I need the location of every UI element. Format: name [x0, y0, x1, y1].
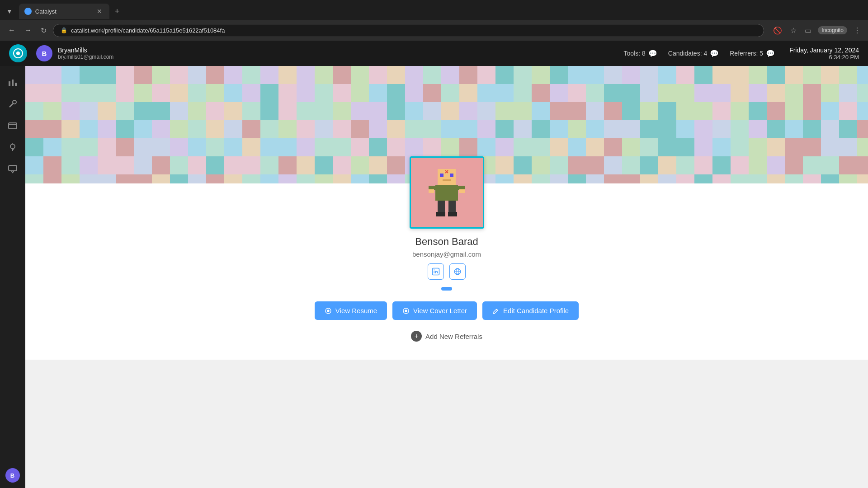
tools-icon	[8, 99, 17, 108]
bulb-icon	[8, 143, 17, 152]
svg-rect-28	[448, 201, 456, 213]
svg-rect-22	[435, 185, 458, 201]
app-header: B BryanMills bry.mills01@gmail.com Tools…	[0, 41, 868, 66]
website-button[interactable]	[449, 263, 466, 280]
header-stats: Tools: 8 💬 Candidates: 4 💬 Referrers: 5 …	[624, 49, 775, 58]
referrers-stat-icon: 💬	[766, 49, 775, 58]
svg-point-1	[16, 52, 20, 55]
chart-icon	[8, 78, 17, 87]
reload-button[interactable]: ↻	[38, 24, 49, 37]
tab-list-button[interactable]: ▼	[4, 7, 15, 16]
chat-icon	[8, 164, 17, 174]
candidate-email: bensonjay@gmail.com	[412, 250, 481, 258]
candidate-avatar	[410, 156, 484, 229]
svg-rect-18	[450, 174, 453, 177]
candidates-label: Candidates: 4	[668, 50, 707, 57]
svg-point-42	[405, 310, 407, 312]
active-tab[interactable]: Catalyst ✕	[19, 4, 109, 19]
svg-point-10	[10, 144, 15, 149]
action-buttons: View Resume View Cover Letter Edit Candi…	[315, 301, 579, 320]
sidebar-item-tools[interactable]	[4, 95, 22, 113]
svg-rect-25	[429, 189, 434, 193]
linkedin-icon	[432, 267, 440, 276]
sidebar-user-avatar[interactable]: B	[5, 468, 20, 483]
svg-rect-26	[459, 189, 465, 193]
app-wrapper: B	[0, 66, 868, 488]
globe-icon	[453, 267, 462, 276]
browser-chrome: ▼ Catalyst ✕ + ← → ↻ 🔒 catalist.work/pro…	[0, 0, 868, 41]
datetime-date: Friday, January 12, 2024	[789, 47, 859, 54]
add-referral-button[interactable]: + Add New Referrals	[411, 331, 482, 342]
svg-rect-8	[9, 123, 17, 129]
active-dot	[441, 287, 452, 291]
candidates-stat-icon: 💬	[710, 49, 719, 58]
referrers-label: Referrers: 5	[730, 50, 763, 57]
header-user: B BryanMills bry.mills01@gmail.com	[36, 45, 113, 61]
user-email: bry.mills01@gmail.com	[58, 54, 113, 60]
lock-icon: 🔒	[61, 27, 67, 33]
app-logo	[9, 44, 27, 62]
user-avatar: B	[36, 45, 52, 61]
svg-rect-21	[443, 179, 451, 181]
tab-close-button[interactable]: ✕	[95, 7, 104, 16]
resume-icon	[325, 307, 332, 314]
logo-icon	[13, 48, 24, 59]
browser-actions: 🚫 ☆ ▭ Incognito ⋮	[771, 24, 863, 37]
linkedin-button[interactable]	[428, 263, 444, 280]
main-content: Benson Barad bensonjay@gmail.com	[25, 66, 868, 488]
svg-rect-14	[9, 165, 17, 171]
view-cover-letter-label: View Cover Letter	[413, 307, 467, 314]
svg-point-6	[13, 100, 16, 104]
star-icon[interactable]: ☆	[788, 24, 798, 37]
card-icon	[8, 121, 17, 130]
sidebar-bottom: B	[4, 466, 22, 488]
svg-line-7	[11, 104, 13, 105]
pixel-character	[426, 167, 467, 219]
sidebar-item-chart[interactable]	[4, 73, 22, 91]
address-bar[interactable]: 🔒 catalist.work/profile/candidate/65a115…	[53, 24, 764, 37]
eye-slash-icon[interactable]: 🚫	[771, 24, 784, 37]
svg-rect-30	[448, 212, 457, 216]
tab-favicon	[24, 8, 32, 15]
svg-point-40	[327, 310, 329, 312]
sidebar-item-bulb[interactable]	[4, 138, 22, 156]
tools-stat: Tools: 8 💬	[624, 49, 657, 58]
view-resume-label: View Resume	[335, 307, 377, 314]
view-cover-letter-button[interactable]: View Cover Letter	[392, 301, 477, 320]
add-referral-label: Add New Referrals	[425, 333, 482, 340]
tab-title: Catalyst	[35, 8, 91, 15]
edit-profile-label: Edit Candidate Profile	[503, 307, 569, 314]
svg-rect-2	[9, 81, 10, 86]
sidebar-item-chat[interactable]	[4, 160, 22, 178]
edit-icon	[492, 307, 500, 314]
svg-rect-27	[438, 201, 445, 213]
tools-stat-icon: 💬	[648, 49, 657, 58]
tools-label: Tools: 8	[624, 50, 646, 57]
svg-rect-3	[12, 80, 14, 86]
candidate-name: Benson Barad	[415, 236, 478, 248]
cover-letter-icon	[402, 307, 410, 314]
user-info: BryanMills bry.mills01@gmail.com	[58, 47, 113, 60]
url-text: catalist.work/profile/candidate/65a115a1…	[71, 27, 225, 34]
incognito-badge: Incognito	[818, 26, 847, 34]
forward-button[interactable]: →	[22, 24, 34, 36]
svg-rect-17	[440, 174, 443, 177]
user-name: BryanMills	[58, 47, 113, 54]
svg-point-33	[434, 269, 434, 270]
sidebar-toggle-icon[interactable]: ▭	[803, 24, 813, 37]
pagination-dots	[441, 287, 452, 291]
profile-section: Benson Barad bensonjay@gmail.com	[25, 183, 868, 360]
referrers-stat: Referrers: 5 💬	[730, 49, 775, 58]
candidates-stat: Candidates: 4 💬	[668, 49, 719, 58]
svg-rect-29	[436, 212, 445, 216]
view-resume-button[interactable]: View Resume	[315, 301, 387, 320]
menu-button[interactable]: ⋮	[852, 24, 863, 37]
back-button[interactable]: ←	[5, 24, 18, 36]
browser-controls: ← → ↻ 🔒 catalist.work/profile/candidate/…	[0, 20, 868, 41]
new-tab-button[interactable]: +	[111, 7, 123, 16]
edit-profile-button[interactable]: Edit Candidate Profile	[482, 301, 579, 320]
header-datetime: Friday, January 12, 2024 6:34:20 PM	[789, 47, 859, 61]
sidebar-item-card[interactable]	[4, 117, 22, 135]
svg-rect-4	[15, 83, 17, 86]
add-referral-icon: +	[411, 331, 422, 342]
